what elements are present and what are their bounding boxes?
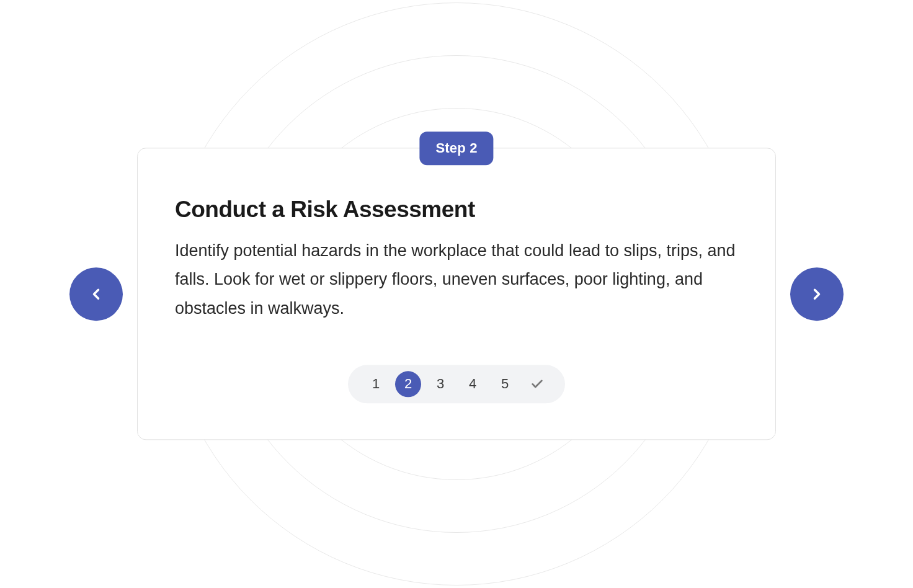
step-description: Identify potential hazards in the workpl… <box>175 236 738 323</box>
step-card: Step 2 Conduct a Risk Assessment Identif… <box>137 148 776 440</box>
chevron-left-icon <box>87 285 105 303</box>
step-badge: Step 2 <box>419 131 493 165</box>
check-icon <box>530 378 544 391</box>
step-title: Conduct a Risk Assessment <box>175 197 738 223</box>
step-dot-2[interactable]: 2 <box>395 372 421 398</box>
step-indicator: 1 2 3 4 5 <box>348 365 565 404</box>
step-dot-1[interactable]: 1 <box>363 372 389 398</box>
step-dot-3[interactable]: 3 <box>427 372 453 398</box>
carousel-stage: Step 2 Conduct a Risk Assessment Identif… <box>97 148 816 440</box>
step-dot-5[interactable]: 5 <box>492 372 518 398</box>
chevron-right-icon <box>808 285 826 303</box>
previous-step-button[interactable] <box>69 267 123 321</box>
next-step-button[interactable] <box>790 267 844 321</box>
step-dot-complete[interactable] <box>524 372 550 398</box>
step-dot-4[interactable]: 4 <box>460 372 486 398</box>
